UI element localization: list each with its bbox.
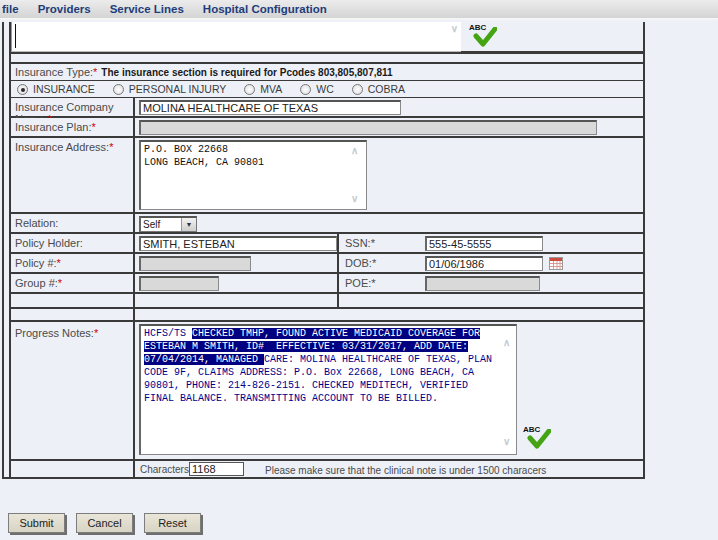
menu-item-service-lines[interactable]: Service Lines	[110, 3, 184, 15]
chevron-down-icon[interactable]: ▼	[181, 218, 196, 231]
radio-cobra-label: COBRA	[368, 83, 405, 95]
green-check-icon	[473, 27, 497, 47]
scrollbar-down-icon[interactable]: ∨	[451, 24, 458, 34]
empty-row	[11, 309, 643, 322]
insurance-plan-label: Insurance Plan:	[15, 121, 91, 133]
required-asterisk: *	[58, 277, 62, 289]
scrollbar-up-icon[interactable]: ∧	[351, 146, 358, 156]
radio-cobra[interactable]: COBRA	[352, 83, 405, 95]
radio-button-icon[interactable]	[352, 84, 363, 95]
scrollbar-up-icon[interactable]: ∧	[503, 338, 510, 348]
characters-left-input[interactable]	[189, 462, 244, 476]
insurance-type-label: Insurance Type:	[15, 66, 93, 78]
progress-notes-row: Progress Notes:* HCFS/TS CHECKED TMHP, F…	[11, 322, 643, 461]
form-actions: Submit Cancel Reset	[8, 513, 201, 533]
progress-notes-textarea[interactable]: HCFS/TS CHECKED TMHP, FOUND ACTIVE MEDIC…	[139, 324, 517, 455]
menu-bar: file Providers Service Lines Hospital Co…	[0, 0, 718, 20]
characters-left-row: Characters left Please make sure that th…	[11, 461, 643, 477]
radio-button-icon[interactable]	[300, 84, 311, 95]
relation-select[interactable]: Self ▼	[139, 216, 197, 232]
ssn-input[interactable]	[425, 236, 543, 251]
required-asterisk: *	[94, 327, 98, 339]
top-note-row: ∨ ABC	[11, 22, 643, 54]
insurance-address-label: Insurance Address:	[15, 141, 109, 153]
radio-wc[interactable]: WC	[300, 83, 334, 95]
radio-button-icon[interactable]	[244, 84, 255, 95]
top-textarea[interactable]: ∨	[11, 22, 461, 52]
insurance-type-note: The insurance section is required for Pc…	[101, 67, 392, 78]
insurance-form: ∨ ABC Insurance Type:* The insurance sec…	[2, 22, 645, 479]
characters-note: Please make sure that the clinical note …	[265, 465, 546, 476]
policy-number-input	[139, 256, 251, 271]
dob-label: DOB:	[345, 257, 372, 269]
relation-row: Relation: Self ▼	[11, 214, 643, 234]
required-asterisk: *	[91, 121, 95, 133]
insurance-plan-input	[139, 120, 597, 135]
radio-personal-injury-label: PERSONAL INJURY	[129, 83, 226, 95]
policy-holder-input[interactable]	[139, 236, 337, 251]
cancel-button[interactable]: Cancel	[76, 513, 133, 533]
poe-label: POE:	[345, 277, 371, 289]
green-check-icon	[527, 429, 551, 449]
radio-mva[interactable]: MVA	[244, 83, 282, 95]
text-caret	[15, 24, 16, 48]
policy-number-label: Policy #:	[15, 257, 57, 269]
menu-item-providers[interactable]: Providers	[38, 3, 91, 15]
insurance-plan-row: Insurance Plan:*	[11, 118, 643, 138]
progress-notes-label: Progress Notes:	[15, 327, 94, 339]
required-asterisk: *	[57, 257, 61, 269]
menu-item-hospital-configuration[interactable]: Hospital Configuration	[203, 3, 327, 15]
radio-button-icon[interactable]	[17, 84, 28, 95]
radio-button-icon[interactable]	[113, 84, 124, 95]
policy-number-row: Policy #:* DOB:*	[11, 254, 643, 274]
empty-row	[11, 294, 643, 309]
submit-button[interactable]: Submit	[8, 513, 65, 533]
required-asterisk: *	[93, 66, 97, 78]
group-number-input	[139, 276, 219, 291]
calendar-icon[interactable]	[549, 257, 563, 270]
menu-item-file[interactable]: file	[2, 3, 19, 15]
radio-insurance[interactable]: INSURANCE	[17, 83, 95, 95]
radio-personal-injury[interactable]: PERSONAL INJURY	[113, 83, 226, 95]
empty-row	[11, 54, 643, 64]
poe-input	[425, 276, 540, 291]
radio-insurance-label: INSURANCE	[33, 83, 95, 95]
radio-wc-label: WC	[316, 83, 334, 95]
dob-input[interactable]	[425, 256, 543, 271]
scrollbar-down-icon[interactable]: ∨	[503, 437, 510, 447]
insurance-type-row: Insurance Type:* The insurance section i…	[11, 64, 643, 81]
spellcheck-icon[interactable]: ABC	[523, 425, 553, 451]
relation-label: Relation:	[15, 217, 58, 229]
ssn-label: SSN:	[345, 237, 371, 249]
group-number-label: Group #:	[15, 277, 58, 289]
policy-holder-row: Policy Holder: SSN:*	[11, 234, 643, 254]
spellcheck-icon[interactable]: ABC	[469, 23, 499, 49]
insurance-address-textarea[interactable]: P.O. BOX 22668 LONG BEACH, CA 90801	[139, 140, 367, 210]
required-asterisk: *	[109, 141, 113, 153]
relation-select-value: Self	[141, 218, 181, 231]
reset-button[interactable]: Reset	[144, 513, 201, 533]
radio-mva-label: MVA	[260, 83, 282, 95]
company-name-row: Insurance Company Name:*	[11, 98, 643, 118]
scrollbar-down-icon[interactable]: ∨	[351, 194, 358, 204]
required-asterisk: *	[371, 237, 375, 249]
required-asterisk: *	[371, 277, 375, 289]
insurance-address-row: Insurance Address:* P.O. BOX 22668 LONG …	[11, 138, 643, 214]
required-asterisk: *	[372, 257, 376, 269]
notes-prefix-text: HCFS/TS	[144, 328, 192, 339]
insurance-type-options-row: INSURANCE PERSONAL INJURY MVA WC COBRA	[11, 81, 643, 98]
policy-holder-label: Policy Holder:	[15, 237, 83, 249]
company-name-input[interactable]	[139, 100, 401, 115]
group-number-row: Group #:* POE:*	[11, 274, 643, 294]
